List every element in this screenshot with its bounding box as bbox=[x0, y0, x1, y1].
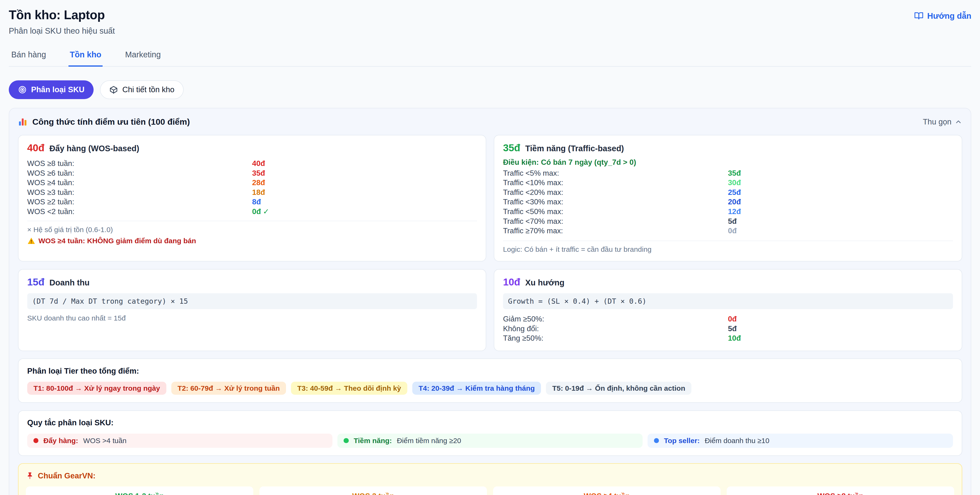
row-value: 30đ bbox=[728, 178, 953, 187]
rule-desc: WOS >4 tuần bbox=[83, 437, 127, 445]
rule-top-seller: Top seller: Điểm doanh thu ≥10 bbox=[648, 434, 953, 448]
card-xu-huong-rows: Giảm ≥50%:0đ Không đổi:5đ Tăng ≥50%:10đ bbox=[503, 314, 953, 343]
score-row: WOS ≥2 tuần:8đ bbox=[27, 197, 477, 207]
warning-text: WOS ≥4 tuần: KHÔNG giảm điểm dù đang bán bbox=[38, 237, 196, 245]
tier-badge-t1: T1: 80-100đ → Xử lý ngay trong ngày bbox=[27, 382, 166, 395]
card-tiem-nang-footer: Logic: Có bán + ít traffic = cần đầu tư … bbox=[503, 241, 953, 254]
row-value: 5đ bbox=[728, 324, 953, 334]
row-label: Traffic <10% max: bbox=[503, 178, 728, 187]
score-row: WOS ≥3 tuần:18đ bbox=[27, 187, 477, 197]
gearvn-item-title: WOS ≥4 tuần bbox=[498, 492, 715, 495]
row-label: Giảm ≥50%: bbox=[503, 314, 728, 324]
pin-icon bbox=[26, 472, 34, 480]
card-xu-huong: 10đ Xu hướng Growth = (SL × 0.4) + (DT ×… bbox=[494, 269, 962, 351]
viewport: Tồn kho: Laptop Phân loại SKU theo hiệu … bbox=[0, 0, 980, 495]
card-doanh-thu-title: Doanh thu bbox=[49, 278, 89, 287]
card-tiem-nang-rows: Traffic <5% max:35đ Traffic <10% max:30đ… bbox=[503, 168, 953, 236]
row-label: Traffic <50% max: bbox=[503, 207, 728, 216]
tier-badge-t4: T4: 20-39đ → Kiểm tra hàng tháng bbox=[412, 382, 541, 395]
red-dot-icon bbox=[33, 438, 38, 443]
row-value: 35đ bbox=[728, 168, 953, 178]
rules-section-title: Quy tắc phân loại SKU: bbox=[27, 418, 953, 427]
card-doanh-thu: 15đ Doanh thu (DT 7d / Max DT trong cate… bbox=[18, 269, 487, 351]
gearvn-item-healthy: WOS 1-2 tuần Tồn kho khỏe bbox=[26, 487, 253, 495]
view-toggle: Phân loại SKU Chi tiết tồn kho bbox=[9, 80, 972, 99]
rule-desc: Điểm doanh thu ≥10 bbox=[705, 437, 769, 445]
bar-chart-icon bbox=[18, 117, 27, 126]
tier-badge-t3: T3: 40-59đ → Theo dõi định kỳ bbox=[291, 382, 407, 395]
guide-link[interactable]: Hướng dẫn bbox=[914, 11, 972, 21]
row-label: WOS ≥2 tuần: bbox=[27, 197, 252, 207]
card-day-hang: 40đ Đẩy hàng (WOS-based) WOS ≥8 tuần:40đ… bbox=[18, 135, 487, 262]
score-row: Traffic <30% max:20đ bbox=[503, 197, 953, 207]
score-row: WOS ≥4 tuần:28đ bbox=[27, 178, 477, 187]
rule-name: Đẩy hàng: bbox=[43, 437, 78, 445]
tier-section-title: Phân loại Tier theo tổng điểm: bbox=[27, 367, 953, 375]
row-value: 28đ bbox=[252, 178, 477, 187]
formula-panel-header: Công thức tính điểm ưu tiên (100 điểm) T… bbox=[18, 117, 962, 127]
row-value: 18đ bbox=[252, 187, 477, 197]
collapse-label: Thu gọn bbox=[923, 117, 951, 126]
rule-day-hang: Đẩy hàng: WOS >4 tuần bbox=[27, 434, 332, 448]
phan-loai-sku-label: Phân loại SKU bbox=[31, 85, 84, 94]
tab-marketing[interactable]: Marketing bbox=[124, 44, 162, 67]
row-label: Traffic <30% max: bbox=[503, 197, 728, 207]
score-row: Traffic <5% max:35đ bbox=[503, 168, 953, 178]
card-doanh-thu-points: 15đ bbox=[27, 276, 45, 288]
tier-section: Phân loại Tier theo tổng điểm: T1: 80-10… bbox=[18, 358, 962, 403]
card-doanh-thu-header: 15đ Doanh thu bbox=[27, 276, 477, 288]
row-value: 0đ ✓ bbox=[252, 207, 477, 216]
card-tiem-nang-header: 35đ Tiềm năng (Traffic-based) bbox=[503, 142, 953, 153]
gearvn-section: Chuẩn GearVN: WOS 1-2 tuần Tồn kho khỏe … bbox=[18, 463, 962, 495]
card-xu-huong-title: Xu hướng bbox=[525, 278, 565, 287]
rule-tiem-nang: Tiềm năng: Điểm tiềm năng ≥20 bbox=[337, 434, 643, 448]
score-row: Giảm ≥50%:0đ bbox=[503, 314, 953, 324]
package-icon bbox=[109, 85, 118, 94]
tab-ban-hang[interactable]: Bán hàng bbox=[10, 44, 47, 67]
score-row: Không đổi:5đ bbox=[503, 324, 953, 334]
tab-ton-kho[interactable]: Tồn kho bbox=[68, 44, 103, 67]
rules-section: Quy tắc phân loại SKU: Đẩy hàng: WOS >4 … bbox=[18, 410, 962, 456]
row-label: Không đổi: bbox=[503, 324, 728, 334]
card-tiem-nang-title: Tiềm năng (Traffic-based) bbox=[525, 144, 624, 153]
card-day-hang-title: Đẩy hàng (WOS-based) bbox=[49, 144, 139, 153]
score-row: WOS ≥6 tuần:35đ bbox=[27, 168, 477, 178]
row-label: Traffic ≥70% max: bbox=[503, 226, 728, 236]
phan-loai-sku-button[interactable]: Phân loại SKU bbox=[9, 80, 94, 99]
score-cards-grid: 40đ Đẩy hàng (WOS-based) WOS ≥8 tuần:40đ… bbox=[18, 135, 962, 351]
card-tiem-nang: 35đ Tiềm năng (Traffic-based) Điều kiện:… bbox=[494, 135, 962, 262]
score-row: WOS ≥8 tuần:40đ bbox=[27, 159, 477, 168]
card-day-hang-header: 40đ Đẩy hàng (WOS-based) bbox=[27, 142, 477, 153]
book-icon bbox=[914, 11, 924, 21]
tab-bar: Bán hàng Tồn kho Marketing bbox=[9, 44, 972, 66]
collapse-button[interactable]: Thu gọn bbox=[923, 117, 962, 126]
row-value: 35đ bbox=[252, 168, 477, 178]
row-value: 10đ bbox=[728, 333, 953, 343]
tier-badge-t2: T2: 60-79đ → Xử lý trong tuần bbox=[171, 382, 286, 395]
row-label: WOS ≥6 tuần: bbox=[27, 168, 252, 178]
rule-name: Top seller: bbox=[664, 437, 700, 445]
tier-badge-t5: T5: 0-19đ → Ổn định, không cần action bbox=[546, 382, 691, 395]
rules-list: Đẩy hàng: WOS >4 tuần Tiềm năng: Điểm ti… bbox=[27, 434, 953, 448]
gearvn-title: Chuẩn GearVN: bbox=[38, 471, 96, 480]
row-label: WOS ≥4 tuần: bbox=[27, 178, 252, 187]
chi-tiet-ton-kho-button[interactable]: Chi tiết tồn kho bbox=[100, 80, 184, 99]
tier-badges: T1: 80-100đ → Xử lý ngay trong ngày T2: … bbox=[27, 382, 953, 395]
page-title: Tồn kho: Laptop bbox=[9, 8, 115, 22]
page: Tồn kho: Laptop Phân loại SKU theo hiệu … bbox=[0, 0, 980, 495]
card-tiem-nang-condition: Điều kiện: Có bán 7 ngày (qty_7d > 0) bbox=[503, 157, 953, 167]
gearvn-item-title: WOS ≥8 tuần bbox=[732, 492, 949, 495]
score-row: Traffic <20% max:25đ bbox=[503, 187, 953, 197]
score-row: Traffic <10% max:30đ bbox=[503, 178, 953, 187]
row-label: WOS ≥8 tuần: bbox=[27, 159, 252, 168]
score-row: Tăng ≥50%:10đ bbox=[503, 333, 953, 343]
score-row: Traffic <50% max:12đ bbox=[503, 207, 953, 216]
green-dot-icon bbox=[344, 438, 348, 443]
formula-panel: Công thức tính điểm ưu tiên (100 điểm) T… bbox=[9, 108, 972, 495]
row-value: 0đ bbox=[728, 314, 953, 324]
row-label: Traffic <70% max: bbox=[503, 216, 728, 226]
blue-dot-icon bbox=[654, 438, 659, 443]
formula-panel-title: Công thức tính điểm ưu tiên (100 điểm) bbox=[32, 117, 190, 127]
chi-tiet-ton-kho-label: Chi tiết tồn kho bbox=[122, 85, 174, 94]
row-label: Traffic <5% max: bbox=[503, 168, 728, 178]
